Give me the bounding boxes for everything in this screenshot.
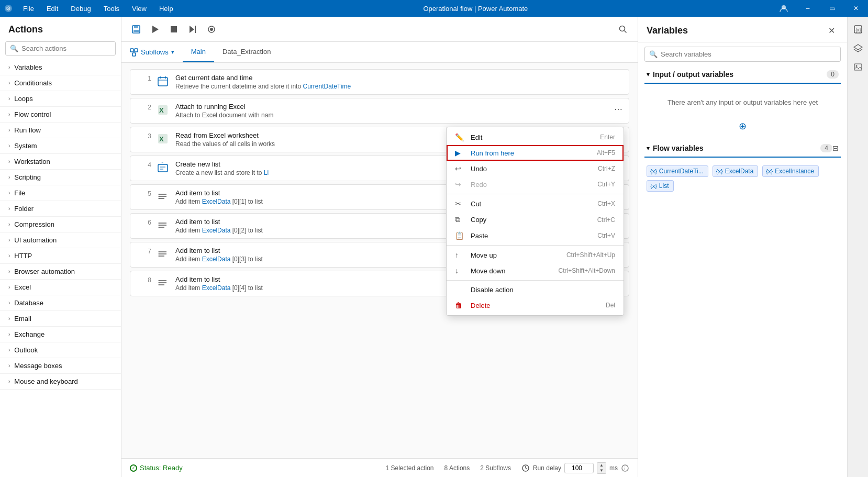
- list-add-icon: [155, 218, 170, 232]
- step-content: Get current date and time Retrieve the c…: [175, 74, 622, 90]
- menu-debug[interactable]: Debug: [64, 0, 97, 17]
- maximize-button[interactable]: ▭: [820, 0, 844, 17]
- menu-bar: File Edit Debug Tools View Help: [17, 0, 180, 17]
- group-compression[interactable]: ›Compression: [0, 217, 121, 232]
- svg-point-39: [159, 225, 160, 226]
- ctx-move-down[interactable]: ↓ Move down Ctrl+Shift+Alt+Down: [447, 263, 624, 279]
- ctx-edit[interactable]: ✏️ Edit Enter: [447, 129, 624, 145]
- svg-rect-9: [195, 26, 196, 33]
- next-step-button[interactable]: [184, 21, 201, 38]
- side-icon-variables[interactable]: {x}: [850, 21, 866, 38]
- save-button[interactable]: [128, 21, 144, 38]
- menu-edit[interactable]: Edit: [40, 0, 64, 17]
- group-http[interactable]: ›HTTP: [0, 248, 121, 264]
- group-email[interactable]: ›Email: [0, 311, 121, 327]
- group-ui-automation[interactable]: ›UI automation: [0, 232, 121, 248]
- group-variables[interactable]: ›Variables: [0, 60, 121, 75]
- tab-data-extraction[interactable]: Data_Extraction: [214, 42, 280, 62]
- group-message-boxes[interactable]: ›Message boxes: [0, 358, 121, 374]
- group-loops[interactable]: ›Loops: [0, 91, 121, 107]
- ctx-disable[interactable]: Disable action: [447, 282, 624, 297]
- menu-tools[interactable]: Tools: [97, 0, 126, 17]
- svg-rect-14: [130, 49, 133, 52]
- search-button[interactable]: [615, 21, 631, 38]
- section-divider: [644, 83, 841, 84]
- var-link[interactable]: Li: [264, 169, 269, 176]
- chevron-right-icon: ›: [8, 316, 10, 321]
- var-chip-icon: {x}: [650, 168, 657, 174]
- step-number: 8: [137, 275, 151, 284]
- ctx-move-up[interactable]: ↑ Move up Ctrl+Shift+Alt+Up: [447, 247, 624, 263]
- var-link[interactable]: ExcelData: [202, 198, 231, 205]
- titlebar: ⚙ File Edit Debug Tools View Help Operat…: [0, 0, 868, 17]
- group-database[interactable]: ›Database: [0, 295, 121, 311]
- ctx-cut[interactable]: ✂ Cut Ctrl+X: [447, 196, 624, 212]
- var-link[interactable]: ExcelData: [202, 284, 231, 292]
- variables-search-box[interactable]: 🔍: [644, 47, 841, 62]
- record-button[interactable]: [203, 21, 220, 38]
- svg-marker-6: [152, 26, 159, 33]
- ctx-delete[interactable]: 🗑 Delete Del: [447, 297, 624, 313]
- variables-search-input[interactable]: [661, 50, 836, 58]
- group-outlook[interactable]: ›Outlook: [0, 342, 121, 358]
- flow-variables-header[interactable]: ▾ Flow variables 4 ⊟: [644, 140, 841, 157]
- run-delay-box: Run delay ▲ ▼ ms i: [521, 462, 629, 474]
- var-chip-excelinstance[interactable]: {x} ExcelInstance: [762, 165, 819, 177]
- window-controls: – ▭ ✕: [772, 0, 868, 17]
- svg-rect-16: [132, 53, 136, 56]
- run-delay-spinner[interactable]: ▲ ▼: [597, 462, 606, 474]
- redo-icon: ↪: [455, 180, 465, 188]
- svg-point-34: [159, 198, 160, 199]
- close-button[interactable]: ✕: [844, 0, 868, 17]
- group-run-flow[interactable]: ›Run flow: [0, 123, 121, 138]
- side-icon-layers[interactable]: [850, 40, 866, 57]
- var-chip-list[interactable]: {x} List: [647, 180, 674, 192]
- group-browser-automation[interactable]: ›Browser automation: [0, 264, 121, 280]
- var-link[interactable]: CurrentDateTime: [303, 83, 351, 90]
- group-file[interactable]: ›File: [0, 185, 121, 201]
- subflows-chevron-icon: ▾: [171, 49, 174, 56]
- spinner-down-button[interactable]: ▼: [597, 468, 606, 473]
- account-icon[interactable]: [772, 0, 796, 17]
- var-chip-currentdatetime[interactable]: {x} CurrentDateTi...: [647, 165, 708, 177]
- menu-view[interactable]: View: [126, 0, 153, 17]
- group-scripting[interactable]: ›Scripting: [0, 170, 121, 185]
- var-chip-exceldata[interactable]: {x} ExcelData: [713, 165, 759, 177]
- flow-step-2[interactable]: 2 X Attach to running Excel Attach to Ex…: [130, 98, 629, 124]
- run-button[interactable]: [147, 21, 163, 38]
- minimize-button[interactable]: –: [796, 0, 820, 17]
- var-link[interactable]: ExcelData: [202, 227, 231, 234]
- side-icon-image[interactable]: [850, 59, 866, 75]
- input-output-header[interactable]: ▾ Input / output variables 0: [644, 66, 841, 83]
- group-folder[interactable]: ›Folder: [0, 201, 121, 217]
- group-conditionals[interactable]: ›Conditionals: [0, 75, 121, 91]
- group-exchange[interactable]: ›Exchange: [0, 327, 121, 342]
- flow-step-1[interactable]: 1 Get current date and time Retrieve the…: [130, 69, 629, 95]
- var-link[interactable]: ExcelData: [202, 256, 231, 263]
- cut-icon: ✂: [455, 199, 465, 208]
- group-mouse-keyboard[interactable]: ›Mouse and keyboard: [0, 374, 121, 390]
- stop-button[interactable]: [165, 21, 182, 38]
- group-excel[interactable]: ›Excel: [0, 280, 121, 295]
- spinner-up-button[interactable]: ▲: [597, 463, 606, 468]
- actions-search-box[interactable]: 🔍: [5, 41, 116, 56]
- ctx-undo[interactable]: ↩ Undo Ctrl+Z: [447, 161, 624, 176]
- ctx-run-from-here[interactable]: ▶ Run from here Alt+F5: [447, 145, 624, 161]
- actions-search-input[interactable]: [21, 45, 111, 52]
- add-variable-button[interactable]: ⊕: [736, 119, 750, 134]
- group-system[interactable]: ›System: [0, 138, 121, 154]
- variables-close-button[interactable]: ✕: [824, 23, 839, 38]
- run-delay-input[interactable]: [564, 463, 594, 473]
- ctx-copy[interactable]: ⧉ Copy Ctrl+C: [447, 212, 624, 228]
- menu-file[interactable]: File: [17, 0, 40, 17]
- ctx-paste[interactable]: 📋 Paste Ctrl+V: [447, 228, 624, 243]
- step-number: 1: [137, 74, 151, 82]
- step-more-button[interactable]: ⋯: [612, 103, 625, 115]
- subflows-button[interactable]: Subflows ▾: [126, 46, 179, 59]
- flow-variables-filter-button[interactable]: ⊟: [832, 144, 839, 152]
- group-flow-control[interactable]: ›Flow control: [0, 107, 121, 123]
- ctx-redo[interactable]: ↪ Redo Ctrl+Y: [447, 176, 624, 192]
- tab-main[interactable]: Main: [183, 42, 214, 62]
- group-workstation[interactable]: ›Workstation: [0, 154, 121, 170]
- menu-help[interactable]: Help: [153, 0, 180, 17]
